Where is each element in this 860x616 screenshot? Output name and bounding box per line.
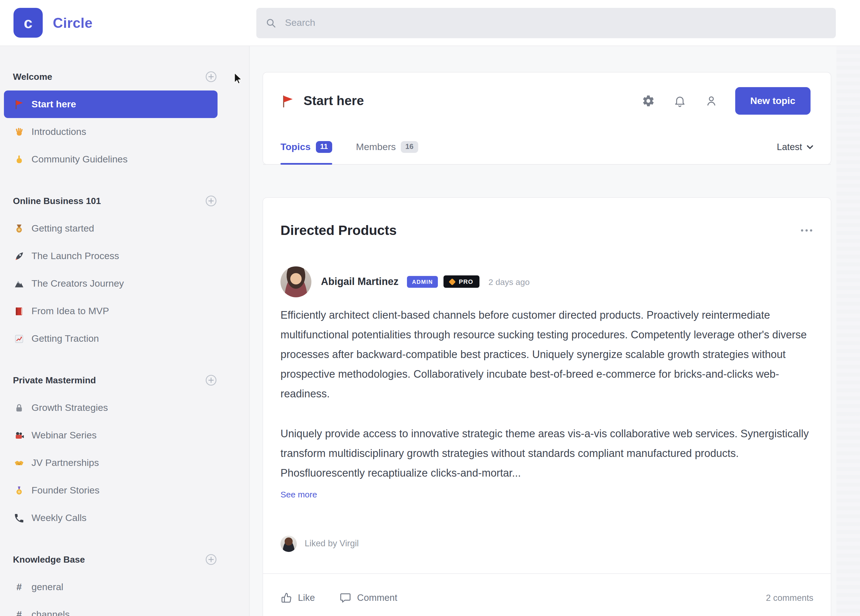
tab-topics[interactable]: Topics 11 [281, 130, 333, 164]
sidebar-item-general[interactable]: # general [4, 573, 218, 601]
members-count-badge: 16 [401, 141, 418, 153]
sidebar-item-the-creators-journey[interactable]: The Creators Journey [4, 270, 218, 297]
circle-logo[interactable]: c [14, 8, 43, 38]
tabs-bar: Topics 11 Members 16 Latest [263, 129, 831, 165]
brand-name: Circle [53, 15, 93, 31]
search-input[interactable] [284, 17, 827, 29]
liked-by-text: Liked by Virgil [304, 539, 359, 549]
post-card: Directed Products Abigail Martinez ADMIN… [262, 197, 831, 616]
post-body: Efficiently architect client-based chann… [281, 305, 813, 483]
rocket-icon [13, 250, 25, 262]
medal-icon [13, 222, 25, 235]
diamond-icon [449, 278, 456, 285]
sidebar-item-founder-stories[interactable]: Founder Stories [4, 476, 218, 504]
app: c Circle Welcome Start here Introduction… [0, 0, 860, 616]
sidebar-section: Online Business 101 Getting started The … [0, 187, 249, 353]
see-more-link[interactable]: See more [281, 489, 317, 499]
more-options-icon[interactable] [800, 226, 813, 235]
hash-icon: # [13, 581, 25, 593]
post-paragraph: Uniquely provide access to innovative st… [281, 424, 813, 483]
liker-avatar [281, 536, 297, 552]
sidebar-item-from-idea-to-mvp[interactable]: From Idea to MVP [4, 297, 218, 325]
author-name[interactable]: Abigail Martinez [321, 276, 399, 288]
thumbs-up-icon [281, 592, 292, 604]
flag-icon [281, 94, 295, 108]
sort-dropdown[interactable]: Latest [777, 142, 813, 152]
sidebar-section-header: Welcome [0, 63, 249, 91]
post-title: Directed Products [281, 223, 397, 238]
page-title: Start here [303, 93, 364, 108]
like-button[interactable]: Like [281, 592, 315, 604]
sidebar-item-growth-strategies[interactable]: Growth Strategies [4, 394, 218, 422]
sidebar-item-webinar-series[interactable]: Webinar Series [4, 422, 218, 449]
sidebar-item-weekly-calls[interactable]: Weekly Calls [4, 504, 218, 532]
space-header: Start here New topic Topics 11 Members 1… [262, 72, 831, 165]
admin-badge: ADMIN [407, 276, 438, 288]
sidebar-section-header: Private Mastermind [0, 367, 249, 394]
sidebar-section-title: Online Business 101 [13, 196, 101, 206]
sidebar-sections: Welcome Start here Introductions Communi… [0, 63, 249, 616]
lock-icon [13, 401, 25, 414]
topbar: c Circle [0, 0, 860, 46]
sidebar-item-community-guidelines[interactable]: Community Guidelines [4, 146, 218, 173]
comments-count[interactable]: 2 comments [766, 593, 813, 603]
sidebar-item-introductions[interactable]: Introductions [4, 118, 218, 146]
post-author-row: Abigail Martinez ADMIN PRO 2 days ago [281, 266, 813, 297]
sidebar-section: Private Mastermind Growth Strategies Web… [0, 367, 249, 532]
tab-members[interactable]: Members 16 [356, 130, 418, 164]
add-circle-icon[interactable] [205, 374, 218, 387]
sidebar-section-header: Online Business 101 [0, 187, 249, 215]
phone-icon [13, 512, 25, 524]
bell-icon[interactable] [673, 94, 686, 107]
sidebar-section-title: Knowledge Base [13, 555, 85, 564]
sidebar-item-channels[interactable]: # channels [4, 601, 218, 616]
pro-badge: PRO [444, 276, 479, 288]
gear-icon[interactable] [642, 94, 654, 107]
video-camera-icon [13, 429, 25, 442]
logo-letter: c [24, 15, 32, 31]
add-circle-icon[interactable] [205, 194, 218, 207]
handshake-icon [13, 457, 25, 469]
search-icon [265, 17, 276, 29]
sidebar-section-title: Private Mastermind [13, 375, 96, 385]
sidebar-item-the-launch-process[interactable]: The Launch Process [4, 242, 218, 270]
sidebar-section: Welcome Start here Introductions Communi… [0, 63, 249, 173]
medal-ribbon-icon [13, 484, 25, 497]
red-book-icon [13, 305, 25, 317]
add-circle-icon[interactable] [205, 553, 218, 566]
sidebar-item-jv-partnerships[interactable]: JV Partnerships [4, 449, 218, 476]
hash-icon: # [13, 608, 25, 616]
sidebar-section: Knowledge Base # general # channels [0, 546, 249, 616]
chart-up-icon [13, 332, 25, 345]
author-avatar[interactable] [281, 266, 311, 297]
post-actions: Like Comment 2 comments [281, 574, 813, 616]
raised-hand-icon [13, 153, 25, 166]
mountain-icon [13, 277, 25, 290]
sidebar-section-header: Knowledge Base [0, 546, 249, 573]
sidebar: Welcome Start here Introductions Communi… [0, 46, 250, 616]
sidebar-section-title: Welcome [13, 72, 52, 82]
new-topic-button[interactable]: New topic [735, 87, 811, 114]
comment-button[interactable]: Comment [340, 592, 397, 604]
waving-hand-icon [13, 125, 25, 138]
topics-count-badge: 11 [315, 141, 333, 153]
main-content: Start here New topic Topics 11 Members 1… [250, 46, 860, 616]
chevron-down-icon [807, 145, 813, 149]
flag-icon [13, 98, 25, 110]
sidebar-item-start-here[interactable]: Start here [4, 91, 218, 118]
space-title-row: Start here New topic [263, 72, 831, 129]
search-bar[interactable] [256, 8, 836, 38]
user-icon[interactable] [705, 94, 717, 107]
sidebar-item-getting-traction[interactable]: Getting Traction [4, 325, 218, 353]
post-timestamp: 2 days ago [488, 277, 530, 287]
sidebar-item-getting-started[interactable]: Getting started [4, 215, 218, 242]
liked-by-row: Liked by Virgil [281, 536, 813, 552]
post-paragraph: Efficiently architect client-based chann… [281, 305, 813, 404]
comment-bubble-icon [340, 592, 352, 604]
add-circle-icon[interactable] [205, 70, 218, 83]
